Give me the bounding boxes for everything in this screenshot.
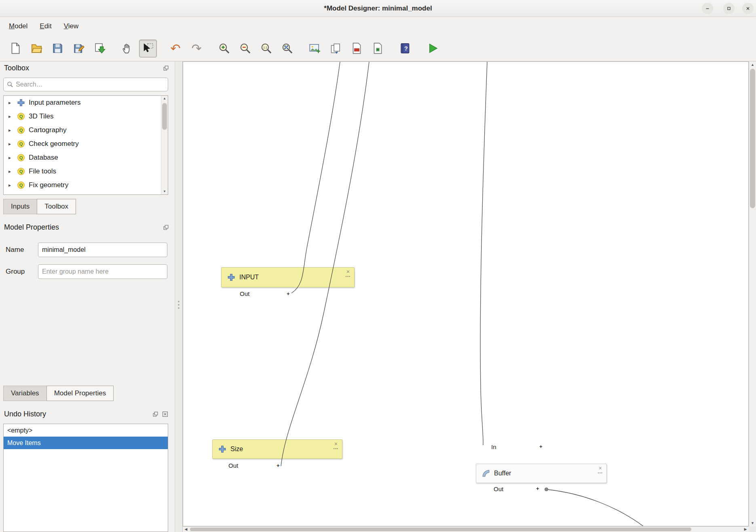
tree-item-check-geometry[interactable]: ▸ Q Check geometry bbox=[4, 137, 168, 151]
expand-caret-icon[interactable]: ▸ bbox=[8, 155, 13, 160]
tab-model-properties[interactable]: Model Properties bbox=[46, 386, 114, 401]
expand-caret-icon[interactable]: ▸ bbox=[8, 100, 13, 106]
horizontal-scrollbar-thumb[interactable] bbox=[190, 528, 691, 531]
expand-caret-icon[interactable]: ▸ bbox=[8, 114, 13, 119]
node-collapse-icon[interactable]: × bbox=[346, 269, 351, 275]
new-model-button[interactable] bbox=[6, 40, 24, 57]
float-panel-icon bbox=[152, 411, 158, 417]
save-model-button[interactable] bbox=[49, 40, 66, 57]
tree-item-file-tools[interactable]: ▸ Q File tools bbox=[4, 165, 168, 178]
svg-text:Q: Q bbox=[19, 114, 23, 119]
undo-item-empty[interactable]: <empty> bbox=[4, 424, 168, 437]
model-properties-float-button[interactable] bbox=[163, 224, 169, 230]
tab-inputs[interactable]: Inputs bbox=[3, 199, 37, 214]
node-collapse-icon[interactable]: × bbox=[334, 441, 338, 447]
output-socket[interactable]: + bbox=[277, 462, 280, 469]
dock-splitter[interactable] bbox=[175, 61, 183, 532]
open-model-icon bbox=[30, 42, 43, 55]
expand-caret-icon[interactable]: ▸ bbox=[8, 141, 13, 147]
scroll-down-icon[interactable]: ▼ bbox=[749, 520, 756, 526]
window-title: *Model Designer: minimal_model bbox=[0, 0, 756, 17]
splitter-handle[interactable] bbox=[178, 299, 180, 310]
tree-scrollbar[interactable]: ▲ ▼ bbox=[161, 96, 168, 194]
port-label-in: In bbox=[491, 443, 496, 450]
redo-icon: ↷ bbox=[191, 42, 201, 55]
undo-history-float-button[interactable] bbox=[152, 411, 158, 417]
model-name-field[interactable] bbox=[38, 243, 167, 257]
tree-item-label: File tools bbox=[29, 167, 56, 175]
provider-q-icon: Q bbox=[17, 154, 25, 162]
toolbox-search-input[interactable] bbox=[16, 81, 165, 88]
canvas-horizontal-scrollbar[interactable]: ◀ ▶ bbox=[183, 526, 749, 532]
export-as-pdf-button[interactable] bbox=[327, 40, 344, 57]
node-controls[interactable]: × ••• bbox=[334, 441, 338, 450]
menubar: Model Edit View bbox=[0, 17, 756, 36]
menu-view[interactable]: View bbox=[59, 20, 84, 33]
scroll-left-icon[interactable]: ◀ bbox=[183, 527, 189, 532]
model-properties-panel-title: Model Properties bbox=[4, 223, 59, 232]
node-collapse-icon[interactable]: × bbox=[598, 465, 603, 471]
left-dock: Toolbox ▸ Input parameters ▸ Q 3D Tiles … bbox=[0, 61, 175, 532]
save-model-as-button[interactable] bbox=[70, 40, 87, 57]
node-controls[interactable]: × ••• bbox=[598, 465, 603, 475]
select-move-item-button[interactable] bbox=[139, 40, 157, 57]
edit-model-help-button[interactable]: ? bbox=[396, 40, 414, 57]
node-controls[interactable]: × ••• bbox=[346, 269, 351, 278]
input-socket[interactable]: + bbox=[539, 443, 543, 450]
output-socket[interactable]: + bbox=[536, 486, 539, 492]
undo-icon: ↶ bbox=[170, 42, 180, 55]
connector-to-input-out bbox=[291, 62, 340, 293]
zoom-actual-button[interactable]: 1:1 bbox=[257, 40, 275, 57]
zoom-out-button[interactable] bbox=[236, 40, 254, 57]
canvas-vertical-scrollbar[interactable]: ▲ ▼ bbox=[749, 61, 756, 526]
maximize-button[interactable] bbox=[723, 3, 735, 14]
expand-caret-icon[interactable]: ▸ bbox=[8, 169, 13, 174]
export-as-script-button[interactable] bbox=[369, 40, 386, 57]
output-socket-dot[interactable] bbox=[545, 488, 548, 491]
float-panel-icon bbox=[163, 65, 169, 71]
export-as-image-button[interactable] bbox=[306, 40, 323, 57]
zoom-actual-icon: 1:1 bbox=[260, 42, 272, 55]
export-as-svg-button[interactable] bbox=[348, 40, 365, 57]
scroll-up-icon[interactable]: ▲ bbox=[749, 61, 756, 68]
node-buffer-algorithm[interactable]: Buffer × ••• bbox=[476, 464, 607, 483]
close-button[interactable] bbox=[742, 3, 754, 14]
expand-caret-icon[interactable]: ▸ bbox=[8, 127, 13, 133]
menu-edit[interactable]: Edit bbox=[35, 20, 56, 33]
model-group-field[interactable] bbox=[38, 264, 167, 279]
tree-item-3d-tiles[interactable]: ▸ Q 3D Tiles bbox=[4, 110, 168, 123]
tab-variables[interactable]: Variables bbox=[3, 386, 47, 401]
tree-item-cartography[interactable]: ▸ Q Cartography bbox=[4, 123, 168, 137]
node-size-parameter[interactable]: Size × ••• bbox=[212, 439, 342, 459]
run-model-button[interactable] bbox=[424, 40, 441, 57]
pan-button[interactable] bbox=[118, 40, 136, 57]
save-model-in-project-button[interactable] bbox=[91, 40, 108, 57]
undo-item-move-items[interactable]: Move Items bbox=[4, 437, 168, 449]
tree-item-database[interactable]: ▸ Q Database bbox=[4, 151, 168, 165]
scroll-right-icon[interactable]: ▶ bbox=[742, 527, 749, 532]
expand-caret-icon[interactable]: ▸ bbox=[8, 182, 13, 188]
undo-history-close-button[interactable] bbox=[162, 411, 168, 417]
zoom-full-button[interactable] bbox=[278, 40, 296, 57]
tree-item-input-parameters[interactable]: ▸ Input parameters bbox=[4, 96, 168, 110]
node-input-parameter[interactable]: INPUT × ••• bbox=[221, 267, 355, 287]
zoom-in-button[interactable] bbox=[215, 40, 233, 57]
menu-model[interactable]: Model bbox=[4, 20, 32, 33]
minimize-button[interactable] bbox=[702, 3, 713, 14]
toolbox-float-button[interactable] bbox=[163, 65, 169, 71]
vertical-scrollbar-thumb[interactable] bbox=[750, 69, 755, 208]
model-canvas[interactable]: INPUT × ••• Out + Size × ••• Out + In + … bbox=[183, 61, 749, 526]
export-svg-icon bbox=[351, 42, 363, 55]
export-image-icon bbox=[308, 42, 321, 55]
scroll-up-icon[interactable]: ▲ bbox=[161, 96, 168, 101]
output-socket[interactable]: + bbox=[287, 291, 290, 297]
scroll-down-icon[interactable]: ▼ bbox=[161, 189, 168, 194]
node-dots-icon: ••• bbox=[346, 275, 351, 278]
undo-button[interactable]: ↶ bbox=[167, 40, 184, 57]
redo-button[interactable]: ↷ bbox=[188, 40, 205, 57]
tree-scrollbar-thumb[interactable] bbox=[162, 103, 167, 130]
tree-item-fix-geometry[interactable]: ▸ Q Fix geometry bbox=[4, 178, 168, 192]
save-icon bbox=[51, 42, 64, 55]
open-model-button[interactable] bbox=[27, 40, 45, 57]
tab-toolbox[interactable]: Toolbox bbox=[37, 199, 76, 214]
